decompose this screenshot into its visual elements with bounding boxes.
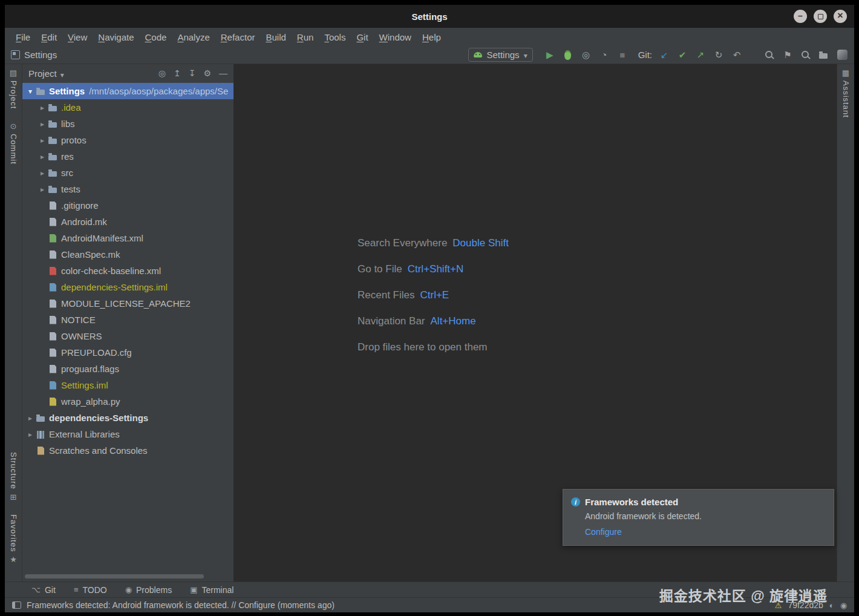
tree-item[interactable]: MODULE_LICENSE_APACHE2 (22, 295, 234, 312)
menu-item[interactable]: Navigate (93, 32, 139, 42)
stop-button[interactable]: ■ (616, 50, 629, 61)
tree-chevron-icon[interactable] (25, 430, 36, 439)
tree-chevron-icon[interactable] (25, 414, 36, 422)
status-message[interactable]: Frameworks detected: Android framework i… (27, 600, 335, 610)
project-panel-title-label: Project (28, 68, 57, 79)
horizontal-scrollbar[interactable] (25, 574, 204, 578)
menu-item[interactable]: Edit (36, 32, 62, 42)
profile-avatar[interactable] (836, 50, 848, 61)
menu-item[interactable]: Git (351, 32, 373, 42)
menu-item[interactable]: Window (374, 32, 417, 42)
window-controls (794, 5, 847, 28)
tree-chevron-icon[interactable] (37, 120, 48, 128)
file-type-icon (48, 397, 57, 407)
tool-commit[interactable]: ⊙ Commit (9, 122, 18, 165)
collapse-all-icon[interactable]: ↧ (189, 69, 196, 77)
tree-item[interactable]: CleanSpec.mk (22, 246, 234, 263)
maximize-button[interactable] (814, 10, 827, 23)
tool-git[interactable]: ⌥ Git (31, 585, 56, 595)
project-structure-icon[interactable] (818, 50, 830, 61)
chevron-down-icon (524, 50, 527, 60)
tool-favorites[interactable]: Favorites ★ (9, 514, 18, 563)
tool-project[interactable]: ▤ Project (9, 69, 18, 109)
breadcrumb[interactable]: Settings (11, 50, 57, 60)
tree-chevron-icon[interactable] (37, 136, 48, 145)
file-type-icon (48, 152, 57, 162)
tree-item[interactable]: dependencies-Settings.iml (22, 279, 234, 295)
git-rollback-button[interactable]: ↶ (731, 50, 743, 61)
tree-item[interactable]: libs (22, 116, 234, 132)
tree-chevron-icon[interactable] (37, 152, 48, 161)
tree-item[interactable]: .gitignore (22, 197, 234, 214)
tree-item[interactable]: Settings.iml (22, 377, 234, 393)
tree-item-label: src (61, 168, 73, 178)
menu-item[interactable]: Analyze (172, 32, 215, 42)
tree-item[interactable]: .idea (22, 99, 234, 116)
file-type-icon (36, 446, 45, 456)
tree-item[interactable]: proguard.flags (22, 361, 234, 377)
tree-chevron-icon[interactable] (37, 103, 48, 112)
git-push-button[interactable]: ↗ (694, 50, 707, 61)
tree-chevron-icon[interactable] (37, 169, 48, 177)
file-type-icon (36, 430, 45, 439)
configure-link[interactable]: Configure (585, 527, 622, 537)
menu-item[interactable]: Build (260, 32, 291, 42)
project-panel-title[interactable]: Project (28, 68, 64, 79)
tree-item[interactable]: color-check-baseline.xml (22, 263, 234, 279)
git-commit-button[interactable]: ✔ (676, 50, 688, 61)
tree-item[interactable]: AndroidManifest.xml (22, 230, 234, 246)
tree-item[interactable]: protos (22, 132, 234, 148)
menu-item[interactable]: Run (292, 32, 319, 42)
tree-item-label: Android.mk (61, 217, 107, 227)
tree-item[interactable]: wrap_alpha.py (22, 393, 234, 410)
minimize-button[interactable] (794, 10, 807, 23)
menu-item[interactable]: View (62, 32, 93, 42)
hide-panel-icon[interactable]: — (219, 69, 227, 77)
search-everywhere-icon[interactable] (800, 50, 812, 61)
locate-icon[interactable]: ◎ (158, 69, 166, 77)
ide-status-icon[interactable]: ◉ (840, 601, 847, 610)
menu-item[interactable]: Help (417, 32, 446, 42)
profiler-button[interactable]: ◔ (598, 50, 610, 61)
coverage-button[interactable]: ◎ (580, 50, 592, 61)
tool-terminal[interactable]: ▣ Terminal (190, 585, 234, 595)
git-update-button[interactable]: ↙ (658, 50, 670, 61)
menu-item[interactable]: Tools (319, 32, 351, 42)
tree-item[interactable]: src (22, 165, 234, 181)
event-log-icon[interactable]: ◐ (829, 601, 834, 610)
bookmark-icon[interactable]: ⚑ (782, 50, 794, 61)
expand-all-icon[interactable]: ↥ (174, 69, 181, 77)
tool-assistant[interactable]: ▦ Assistant (841, 69, 851, 118)
tree-item[interactable]: NOTICE (22, 312, 234, 328)
tree-item-label: MODULE_LICENSE_APACHE2 (61, 298, 191, 309)
tree-item[interactable]: PREUPLOAD.cfg (22, 344, 234, 361)
tree-item[interactable]: External Libraries (22, 426, 234, 442)
close-button[interactable] (834, 10, 847, 23)
tool-structure[interactable]: Structure ⊞ (9, 452, 18, 501)
menu-item[interactable]: Refactor (215, 32, 261, 42)
find-icon[interactable] (763, 50, 776, 61)
tree-item-label: Scratches and Consoles (49, 445, 148, 456)
menu-bar: FileEditViewNavigateCodeAnalyzeRefactorB… (5, 28, 854, 46)
tree-item[interactable]: Settings /mnt/aosp/aosp/packages/apps/Se (22, 83, 234, 99)
tool-stripe-icon: ▦ (842, 69, 849, 77)
tree-item[interactable]: Android.mk (22, 214, 234, 230)
tree-item[interactable]: res (22, 148, 234, 165)
file-type-icon (48, 315, 57, 325)
tool-todo[interactable]: ≡ TODO (74, 585, 107, 595)
tree-item[interactable]: tests (22, 181, 234, 197)
tree-item[interactable]: dependencies-Settings (22, 410, 234, 426)
tool-problems[interactable]: ◉ Problems (125, 585, 172, 595)
run-config-selector[interactable]: Settings (468, 48, 532, 62)
run-button[interactable]: ▶ (544, 50, 556, 61)
menu-item[interactable]: Code (140, 32, 172, 42)
settings-gear-icon[interactable]: ⚙ (203, 69, 211, 77)
tree-chevron-icon[interactable] (25, 87, 36, 96)
tree-item[interactable]: OWNERS (22, 328, 234, 344)
tree-chevron-icon[interactable] (37, 185, 48, 194)
menu-item[interactable]: File (10, 32, 36, 42)
debug-button[interactable] (562, 50, 574, 61)
tree-item[interactable]: Scratches and Consoles (22, 442, 234, 459)
toolwindow-toggle-icon[interactable] (12, 601, 21, 609)
git-history-button[interactable]: ↻ (713, 50, 725, 61)
